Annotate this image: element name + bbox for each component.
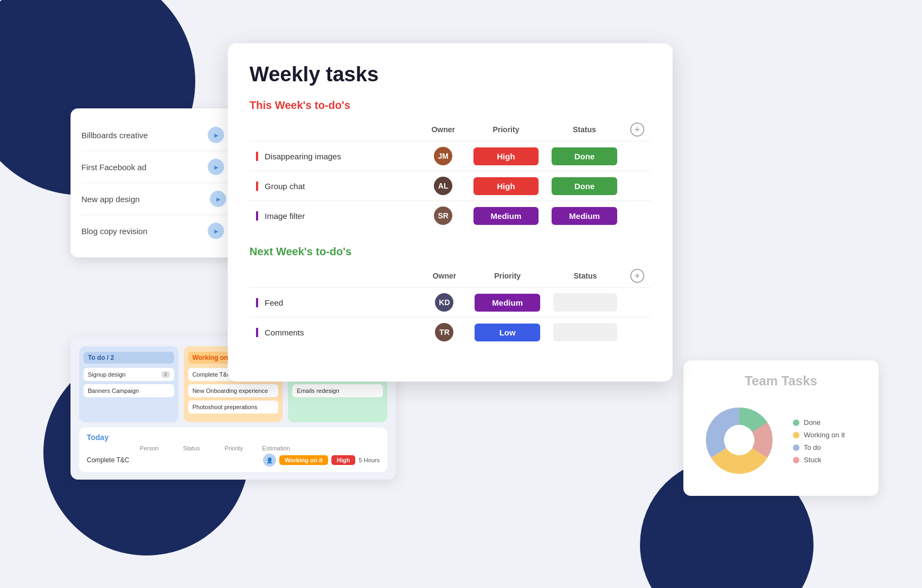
today-section: Today Person Status Priority Estimation … <box>79 428 387 472</box>
empty-status-0 <box>553 293 617 312</box>
nw-task-name-0: Feed <box>249 288 421 318</box>
kanban-item-label-w0: Complete T&C <box>193 371 232 378</box>
kanban-item-label-w1: New Onboarding experience <box>193 387 268 394</box>
add-next-week-button[interactable]: + <box>630 269 644 283</box>
nw-task-status-0 <box>547 288 624 318</box>
next-week-row-1: Comments TR Low <box>249 318 651 347</box>
legend-label-working: Working on it <box>804 431 845 439</box>
time-tracking-card: Billboards creative 6h 5 First Facebook … <box>71 108 255 257</box>
task-owner-2: SR <box>420 201 467 231</box>
task-status-1: Done <box>545 171 624 201</box>
nw-task-owner-0: KD <box>421 288 468 318</box>
col-priority-nw: Priority <box>468 264 547 288</box>
col-status: Status <box>545 118 624 141</box>
time-row-3: Blog copy revision 3h 0 <box>81 215 244 247</box>
today-col-estimation: Estimation <box>257 445 295 451</box>
task-name-0: Disappearing images <box>249 141 420 171</box>
chart-area: Done Working on it To do Stuck <box>699 399 863 483</box>
col-owner: Owner <box>420 118 467 141</box>
play-button-2[interactable] <box>210 191 226 207</box>
kanban-item-1: Banners Campaign <box>84 384 174 397</box>
kanban-item-d1: Emails redesign <box>292 384 383 397</box>
weekly-tasks-title: Weekly tasks <box>249 63 651 86</box>
nw-task-name-1: Comments <box>249 318 421 347</box>
time-row-0: Billboards creative 6h 5 <box>81 119 244 151</box>
task-priority-0: High <box>467 141 546 171</box>
task-status-0: Done <box>545 141 624 171</box>
legend-item-2: To do <box>793 443 845 451</box>
kanban-item-label-1: Banners Campaign <box>88 387 139 394</box>
col-task <box>249 118 420 141</box>
avatar-nw-1: TR <box>435 323 453 341</box>
this-week-section-title: This Week's to-do's <box>249 99 651 112</box>
kanban-item-label-0: Signup design <box>88 371 126 378</box>
nw-task-status-1 <box>547 318 624 347</box>
avatar-1: AL <box>434 177 452 195</box>
col-status-nw: Status <box>547 264 624 288</box>
team-tasks-title: Team Tasks <box>699 373 863 389</box>
legend-item-0: Done <box>793 418 845 427</box>
nw-task-priority-1: Low <box>468 318 547 347</box>
task-name-1: Group chat <box>249 171 420 201</box>
add-this-week-button[interactable]: + <box>630 122 644 137</box>
legend-label-todo: To do <box>804 443 821 451</box>
legend-dot-todo <box>793 444 799 451</box>
avatar-0: JM <box>434 147 452 165</box>
kanban-item-w1: New Onboarding experience <box>188 384 279 397</box>
this-week-row-0: Disappearing images JM High Done <box>249 141 651 171</box>
today-label: Today <box>87 433 380 442</box>
next-week-table: Owner Priority Status + Feed KD Medium <box>249 264 651 347</box>
pie-center2 <box>724 425 754 455</box>
legend-label-stuck: Stuck <box>804 456 822 464</box>
task-owner-0: JM <box>420 141 467 171</box>
time-label-2: New app design <box>81 195 210 204</box>
kanban-item-badge-0: 2 <box>162 371 170 378</box>
legend-dot-done <box>793 419 799 426</box>
this-week-row-1: Group chat AL High Done <box>249 171 651 201</box>
play-button-0[interactable] <box>208 127 224 143</box>
today-task-cols: 👤 Working on it High 5 Hours <box>263 454 380 467</box>
today-task-label: Complete T&C <box>87 456 259 464</box>
task-owner-1: AL <box>420 171 467 201</box>
today-hours: 5 Hours <box>358 457 380 463</box>
play-button-1[interactable] <box>208 159 224 175</box>
pie-chart-svg <box>699 399 780 481</box>
kanban-item-w2: Photoshoot preperations <box>188 400 279 413</box>
next-week-row-0: Feed KD Medium <box>249 288 651 318</box>
kanban-col-todo-header: To do / 2 <box>84 352 174 364</box>
task-priority-2: Medium <box>467 201 546 231</box>
col-owner-nw: Owner <box>421 264 468 288</box>
today-priority-badge: High <box>331 455 355 465</box>
col-task-nw <box>249 264 421 288</box>
team-tasks-card: Team Tasks Done <box>683 360 879 496</box>
today-col-person: Person <box>130 445 168 451</box>
kanban-col-todo: To do / 2 Signup design 2 Banners Campai… <box>79 346 178 422</box>
time-row-1: First Facebook ad 4h 3 <box>81 151 244 183</box>
kanban-item-0: Signup design 2 <box>84 368 174 381</box>
nw-task-priority-0: Medium <box>468 288 547 318</box>
legend-label-done: Done <box>804 418 821 427</box>
time-row-2: New app design 12h <box>81 183 244 215</box>
weekly-tasks-card: Weekly tasks This Week's to-do's Owner P… <box>228 43 673 382</box>
pie-chart <box>699 399 780 483</box>
next-week-section-title: Next Week's to-do's <box>249 245 651 258</box>
this-week-row-2: Image filter SR Medium Medium <box>249 201 651 231</box>
kanban-item-label-d1: Emails redesign <box>297 387 339 394</box>
nw-task-owner-1: TR <box>421 318 468 347</box>
task-name-2: Image filter <box>249 201 420 231</box>
play-button-3[interactable] <box>208 223 224 239</box>
col-add-nw: + <box>624 264 651 288</box>
today-col-status: Status <box>172 445 210 451</box>
time-label-0: Billboards creative <box>81 131 208 140</box>
today-col-priority: Priority <box>215 445 253 451</box>
legend-item-3: Stuck <box>793 456 845 464</box>
avatar-2: SR <box>434 206 452 225</box>
time-label-1: First Facebook ad <box>81 163 208 172</box>
today-avatar: 👤 <box>263 454 276 467</box>
legend-item-1: Working on it <box>793 431 845 439</box>
chart-legend: Done Working on it To do Stuck <box>793 418 845 464</box>
this-week-table: Owner Priority Status + Disappearing ima… <box>249 118 651 230</box>
today-status-badge: Working on it <box>279 455 328 465</box>
avatar-nw-0: KD <box>435 293 453 312</box>
time-label-3: Blog copy revision <box>81 227 208 236</box>
